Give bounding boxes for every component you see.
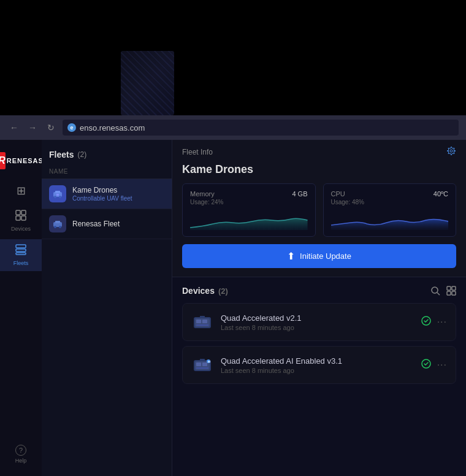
svg-rect-22	[447, 291, 451, 295]
logo-text: RENESAS	[7, 157, 44, 164]
fleet-renesas-info: Renesas Fleet	[72, 220, 164, 228]
svg-rect-2	[16, 216, 20, 220]
cpu-card: CPU 40ºC Usage: 48%	[323, 183, 457, 237]
fleet-kame-name: Kame Drones	[72, 186, 164, 194]
devices-header: Devices (2)	[182, 286, 456, 296]
fleet-panel-header: Fleets (2)	[42, 140, 172, 164]
svg-line-19	[437, 293, 440, 295]
fleet-renesas-icon	[49, 215, 66, 232]
cpu-value: 40ºC	[434, 190, 448, 198]
device-1-status-icon	[421, 359, 431, 371]
devices-title-text: Devices	[182, 286, 215, 296]
device-card-0[interactable]: Quad Accelerated v2.1 Last seen 8 minute…	[182, 303, 456, 341]
logo: R RENESAS	[0, 147, 42, 179]
devices-section: Devices (2)	[172, 277, 466, 397]
device-card-1[interactable]: AI Quad Accelerated AI Enabled v3.1 Last…	[182, 346, 456, 384]
svg-rect-8	[55, 191, 60, 193]
sidebar-help[interactable]: ? Help	[15, 440, 27, 469]
memory-chart	[190, 210, 308, 230]
fleets-label: Fleets	[13, 260, 29, 266]
svg-rect-28	[196, 324, 208, 326]
fleet-info-title: Fleet Info	[182, 148, 213, 156]
svg-rect-35	[196, 367, 208, 369]
url-text: enso.renesas.com	[80, 123, 145, 132]
svg-point-9	[54, 196, 56, 198]
memory-usage: Usage: 24%	[190, 199, 308, 205]
forward-button[interactable]: →	[26, 121, 39, 134]
fleet-kame-subtitle: Controllable UAV fleet	[72, 195, 164, 202]
svg-rect-1	[21, 210, 26, 215]
sidebar: R RENESAS ⊞ Devices	[0, 140, 42, 476]
sidebar-item-devices[interactable]: Devices	[0, 205, 42, 237]
fleet-panel: Fleets (2) NAME K	[42, 140, 172, 476]
refresh-button[interactable]: ↻	[44, 121, 58, 134]
fleet-kame-info: Kame Drones Controllable UAV fleet	[72, 186, 164, 202]
svg-rect-20	[447, 286, 451, 290]
fleet-info-panel: Fleet Info Kame Drones Memory 4	[172, 140, 466, 277]
fleet-item-kame[interactable]: Kame Drones Controllable UAV fleet	[42, 179, 172, 209]
svg-rect-34	[202, 363, 207, 366]
devices-count: (2)	[218, 286, 228, 296]
svg-rect-3	[21, 216, 26, 220]
fleet-info-settings-icon[interactable]	[446, 146, 456, 158]
device-1-icon: AI	[191, 354, 213, 376]
svg-point-14	[54, 226, 56, 228]
sidebar-nav: ⊞ Devices	[0, 179, 42, 440]
grid-icon: ⊞	[17, 184, 26, 198]
svg-rect-36	[200, 359, 205, 361]
cpu-usage: Usage: 48%	[331, 199, 449, 205]
main-content: Fleet Info Kame Drones Memory 4	[172, 140, 466, 476]
help-label: Help	[15, 458, 27, 464]
device-0-icon	[191, 311, 213, 333]
svg-rect-0	[16, 210, 20, 215]
svg-rect-21	[452, 286, 456, 290]
sidebar-item-grid[interactable]: ⊞	[0, 179, 42, 202]
update-label: Initiate Update	[300, 251, 351, 261]
devices-title: Devices (2)	[182, 286, 228, 296]
device-0-status: ···	[421, 316, 447, 328]
devices-search-button[interactable]	[430, 286, 440, 296]
device-0-status-icon	[421, 316, 431, 328]
help-icon: ?	[15, 445, 26, 456]
memory-label: Memory	[190, 190, 215, 198]
fleet-name-large: Kame Drones	[172, 163, 466, 183]
svg-rect-5	[16, 249, 26, 251]
fleet-column-header: NAME	[42, 164, 172, 179]
device-0-more-button[interactable]: ···	[437, 317, 447, 328]
svg-point-17	[450, 150, 453, 152]
svg-marker-16	[447, 147, 456, 155]
devices-actions	[430, 286, 456, 296]
svg-rect-33	[196, 363, 201, 366]
url-bar[interactable]: e enso.renesas.com	[63, 120, 459, 136]
svg-rect-26	[196, 320, 201, 323]
fleet-renesas-name: Renesas Fleet	[72, 220, 164, 228]
svg-point-15	[59, 226, 61, 228]
fleets-title: Fleets	[49, 150, 74, 159]
svg-text:AI: AI	[208, 360, 210, 363]
svg-point-10	[59, 196, 61, 198]
logo-icon: R	[0, 152, 6, 169]
memory-value: 4 GB	[292, 190, 307, 198]
fleet-item-renesas[interactable]: Renesas Fleet	[42, 209, 172, 239]
initiate-update-button[interactable]: ⬆ Initiate Update	[182, 244, 456, 268]
device-1-more-button[interactable]: ···	[437, 359, 447, 370]
svg-rect-6	[16, 253, 26, 255]
devices-view-button[interactable]	[446, 286, 456, 296]
svg-rect-29	[200, 316, 205, 318]
device-0-last-seen: Last seen 8 minutes ago	[221, 324, 414, 331]
fleet-kame-icon	[49, 185, 66, 202]
back-button[interactable]: ←	[7, 121, 21, 134]
svg-rect-4	[16, 245, 26, 248]
fleets-icon	[15, 244, 26, 258]
cpu-label: CPU	[331, 190, 345, 198]
svg-point-18	[432, 287, 438, 293]
update-icon: ⬆	[287, 250, 295, 262]
sidebar-item-fleets[interactable]: Fleets	[0, 239, 42, 271]
device-0-info: Quad Accelerated v2.1 Last seen 8 minute…	[221, 313, 414, 331]
cpu-chart	[331, 210, 449, 230]
devices-icon	[15, 210, 26, 224]
url-favicon: e	[67, 123, 76, 132]
metrics-row: Memory 4 GB Usage: 24%	[172, 183, 466, 244]
device-1-last-seen: Last seen 8 minutes ago	[221, 367, 414, 374]
fleet-info-header: Fleet Info	[172, 140, 466, 163]
